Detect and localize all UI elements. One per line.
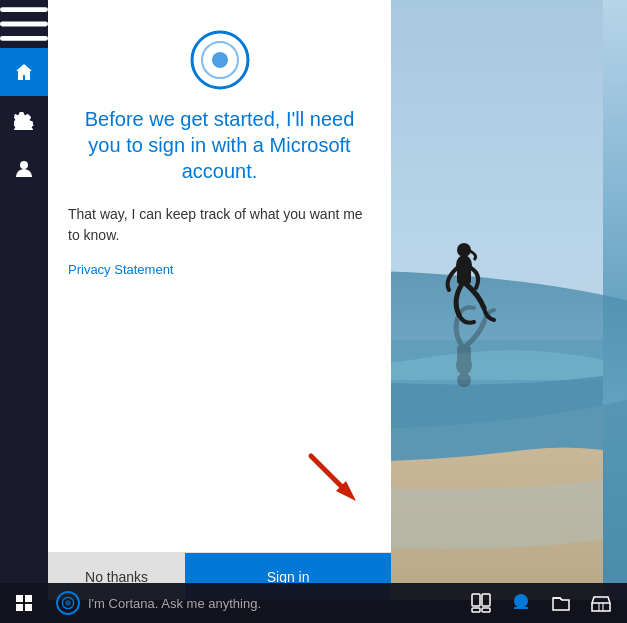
svg-rect-24 bbox=[472, 594, 480, 606]
task-view-button[interactable] bbox=[463, 585, 499, 621]
svg-rect-8 bbox=[457, 346, 471, 366]
cortana-bar-placeholder: I'm Cortana. Ask me anything. bbox=[88, 596, 261, 611]
svg-rect-25 bbox=[482, 594, 490, 606]
svg-rect-27 bbox=[482, 608, 490, 612]
svg-point-15 bbox=[212, 52, 228, 68]
cortana-bar-icon bbox=[56, 591, 80, 615]
sidebar-settings[interactable] bbox=[0, 96, 48, 144]
svg-point-12 bbox=[20, 161, 28, 169]
svg-rect-20 bbox=[16, 604, 23, 611]
svg-rect-26 bbox=[472, 608, 480, 612]
sidebar-home[interactable] bbox=[0, 48, 48, 96]
sidebar bbox=[0, 0, 48, 600]
cortana-heading: Before we get started, I'll need you to … bbox=[68, 106, 371, 184]
cortana-logo bbox=[190, 30, 250, 90]
privacy-statement-link[interactable]: Privacy Statement bbox=[68, 262, 174, 277]
store-button[interactable] bbox=[583, 585, 619, 621]
file-explorer-button[interactable] bbox=[543, 585, 579, 621]
taskbar-right-icons bbox=[463, 585, 627, 621]
cortana-search-bar[interactable]: I'm Cortana. Ask me anything. bbox=[48, 583, 463, 623]
cortana-subtext: That way, I can keep track of what you w… bbox=[68, 204, 371, 246]
start-button[interactable] bbox=[0, 583, 48, 623]
svg-rect-9 bbox=[0, 7, 48, 12]
svg-rect-21 bbox=[25, 604, 32, 611]
taskbar: I'm Cortana. Ask me anything. bbox=[0, 583, 627, 623]
svg-rect-19 bbox=[25, 595, 32, 602]
svg-point-23 bbox=[65, 600, 71, 606]
hamburger-menu[interactable] bbox=[0, 0, 48, 48]
red-arrow bbox=[301, 446, 361, 510]
svg-rect-11 bbox=[0, 36, 48, 41]
svg-point-7 bbox=[457, 373, 471, 387]
sidebar-user[interactable] bbox=[0, 144, 48, 192]
svg-line-16 bbox=[311, 456, 346, 491]
svg-rect-18 bbox=[16, 595, 23, 602]
edge-browser-button[interactable] bbox=[503, 585, 539, 621]
cortana-panel: Before we get started, I'll need you to … bbox=[48, 0, 391, 600]
svg-rect-10 bbox=[0, 22, 48, 27]
svg-rect-5 bbox=[457, 264, 471, 284]
